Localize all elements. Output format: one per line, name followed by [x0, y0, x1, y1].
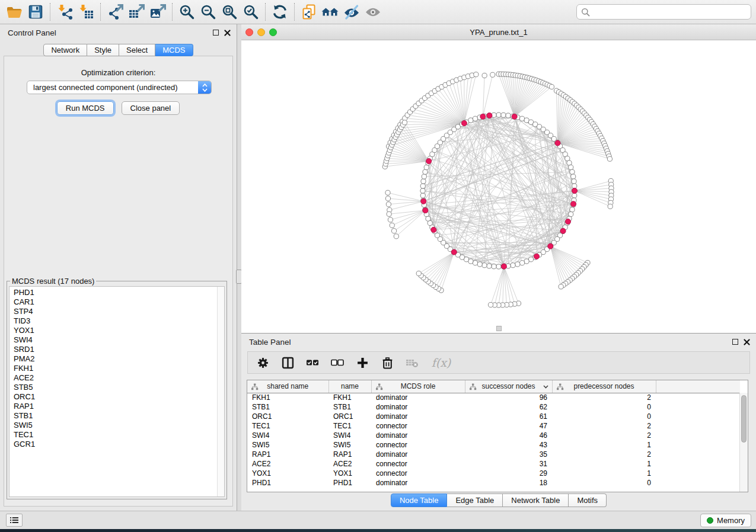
table-row-PHD1[interactable]: PHD1PHD1dominator180 [247, 478, 740, 488]
mcds-result-item[interactable]: FKH1 [14, 364, 216, 373]
mcds-result-item[interactable]: SWI4 [14, 335, 216, 345]
network-window-titlebar[interactable]: YPA_prune.txt_1 [241, 24, 756, 40]
close-panel-icon[interactable] [224, 30, 231, 36]
table-row-STB1[interactable]: STB1STB1dominator620 [247, 402, 740, 412]
mcds-scrollbar[interactable] [217, 287, 224, 496]
select-all-columns-button[interactable] [305, 355, 320, 370]
clone-network-icon [301, 4, 317, 20]
table-row-ORC1[interactable]: ORC1ORC1dominator610 [247, 412, 740, 421]
import-table-button[interactable] [75, 2, 97, 22]
mcds-result-item[interactable]: PHD1 [14, 288, 216, 297]
task-history-button[interactable] [6, 514, 23, 527]
add-column-button[interactable] [355, 355, 370, 370]
hide-selected-button[interactable] [341, 2, 362, 22]
tab-select[interactable]: Select [119, 44, 155, 56]
network-graph[interactable] [241, 40, 756, 333]
gear-icon [257, 357, 269, 369]
mcds-tab-content: Optimization criterion: largest connecte… [4, 56, 233, 507]
tab-motifs[interactable]: Motifs [569, 493, 607, 507]
table-row-ACE2[interactable]: ACE2ACE2connector311 [247, 459, 740, 469]
mcds-result-item[interactable]: STP4 [14, 307, 216, 316]
column-header-successor-nodes[interactable]: successor nodes [465, 380, 552, 393]
save-session-button[interactable] [25, 2, 46, 22]
export-image-button[interactable] [147, 2, 168, 22]
refresh-view-button[interactable] [269, 2, 291, 22]
tab-network[interactable]: Network [43, 44, 87, 56]
mcds-result-item[interactable]: ORC1 [14, 392, 216, 402]
toolbar-separator [172, 3, 173, 21]
tab-edge-table[interactable]: Edge Table [447, 493, 503, 507]
mcds-result-item[interactable]: SWI5 [14, 421, 216, 430]
first-neighbors-button[interactable] [320, 2, 341, 22]
zoom-fit-button[interactable] [219, 2, 240, 22]
import-table-icon [78, 4, 94, 20]
table-row-FKH1[interactable]: FKH1FKH1dominator962 [247, 393, 740, 402]
zoom-selected-button[interactable] [240, 2, 261, 22]
table-row-TEC1[interactable]: TEC1TEC1connector472 [247, 421, 740, 431]
delete-table-button[interactable] [404, 355, 420, 370]
attribute-tree-icon [469, 383, 477, 390]
attribute-tree-icon [251, 383, 259, 390]
memory-button[interactable]: Memory [700, 514, 751, 527]
horizontal-splitter-handle[interactable] [496, 326, 502, 331]
search-input[interactable] [593, 7, 751, 17]
run-mcds-button[interactable]: Run MCDS [57, 101, 114, 115]
mcds-result-item[interactable]: STB1 [14, 411, 216, 421]
column-header-name[interactable]: name [328, 380, 371, 393]
criterion-selected-value: largest connected component (undirected) [27, 83, 198, 92]
zoom-in-button[interactable] [176, 2, 197, 22]
mcds-result-item[interactable]: RAP1 [14, 402, 216, 411]
save-floppy-icon [27, 4, 44, 20]
mcds-result-item[interactable]: GCR1 [14, 440, 216, 449]
import-network-button[interactable] [54, 2, 75, 22]
table-row-SWI5[interactable]: SWI5SWI5connector431 [247, 440, 740, 450]
vertical-splitter[interactable] [237, 24, 241, 511]
table-scrollbar[interactable] [739, 393, 748, 492]
mcds-result-item[interactable]: TEC1 [14, 430, 216, 440]
tab-network-table[interactable]: Network Table [503, 493, 569, 507]
float-panel-icon[interactable] [213, 30, 219, 36]
table-row-RAP1[interactable]: RAP1RAP1dominator352 [247, 450, 740, 459]
sort-desc-icon [543, 384, 549, 389]
tab-node-table[interactable]: Node Table [391, 493, 448, 507]
delete-column-button[interactable] [379, 355, 395, 370]
mcds-result-item[interactable]: STB5 [14, 383, 216, 392]
float-table-panel-icon[interactable] [732, 339, 738, 345]
export-network-button[interactable] [104, 2, 126, 22]
table-row-YOX1[interactable]: YOX1YOX1connector291 [247, 469, 740, 478]
clear-all-columns-button[interactable] [330, 355, 345, 370]
show-all-button[interactable] [362, 2, 384, 22]
open-file-button[interactable] [4, 2, 25, 22]
close-table-panel-icon[interactable] [744, 339, 750, 345]
close-panel-button[interactable]: Close panel [122, 101, 180, 115]
zoom-out-button[interactable] [197, 2, 219, 22]
table-settings-button[interactable] [255, 355, 270, 370]
zoom-out-icon [200, 4, 216, 20]
column-header-MCDS-role[interactable]: MCDS role [371, 380, 465, 393]
tab-mcds[interactable]: MCDS [155, 44, 193, 56]
open-folder-icon [6, 4, 23, 20]
export-table-button[interactable] [126, 2, 147, 22]
column-header-shared-name[interactable]: shared name [247, 380, 328, 393]
table-scrollbar-thumb[interactable] [741, 395, 747, 443]
clone-network-button[interactable] [298, 2, 320, 22]
mcds-result-item[interactable]: SRD1 [14, 345, 216, 354]
mcds-result-item[interactable]: TID3 [14, 316, 216, 326]
network-canvas[interactable] [241, 40, 756, 333]
column-header-predecessor-nodes[interactable]: predecessor nodes [552, 380, 656, 393]
mcds-result-item[interactable]: CAR1 [14, 297, 216, 307]
mcds-result-item[interactable]: ACE2 [14, 373, 216, 383]
mcds-result-item[interactable]: YOX1 [14, 326, 216, 335]
zoom-selected-icon [243, 4, 259, 20]
tab-style[interactable]: Style [87, 44, 119, 56]
table-row-SWI4[interactable]: SWI4SWI4dominator462 [247, 431, 740, 440]
table-panel-title: Table Panel [249, 338, 291, 347]
list-icon [10, 516, 18, 524]
criterion-select[interactable]: largest connected component (undirected) [27, 81, 212, 94]
plus-icon [356, 357, 369, 369]
column-layout-button[interactable] [280, 355, 295, 370]
table-panel-tabs: Node TableEdge TableNetwork TableMotifs [241, 493, 756, 507]
mcds-result-item[interactable]: PMA2 [14, 354, 216, 364]
function-builder-button[interactable]: f(x) [429, 355, 453, 370]
checked-boxes-icon [306, 357, 319, 368]
